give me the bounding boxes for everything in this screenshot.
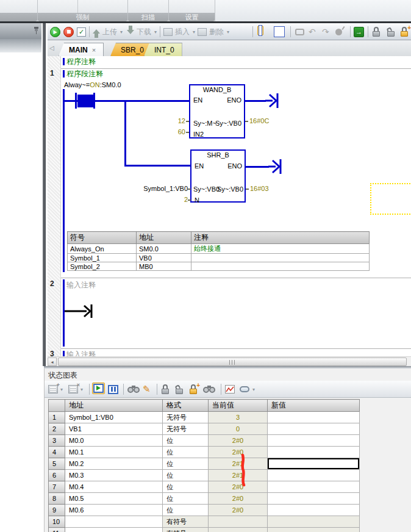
symbol-cell-comment[interactable] <box>191 254 370 262</box>
prev-bookmark-button[interactable]: ↶ <box>309 26 316 38</box>
wand-b-block[interactable]: WAND_B EN ENO Sy~:M~ Sy~:VB0 IN2 <box>189 84 245 138</box>
symbol-cell-symbol[interactable]: Symbol_2 <box>68 262 137 271</box>
force-button[interactable] <box>372 26 381 38</box>
trend-view-button[interactable] <box>225 383 235 395</box>
program-comment[interactable]: 程序注释 <box>66 57 96 67</box>
program-status-on-button[interactable] <box>257 24 263 37</box>
wand-b-in1-value[interactable]: 12 <box>138 117 185 124</box>
status-cell-new[interactable] <box>268 505 360 516</box>
force-all-button[interactable]: + <box>400 26 409 38</box>
status-cell-cur[interactable] <box>209 528 268 532</box>
status-cell-cur[interactable] <box>209 516 268 528</box>
status-cell-addr[interactable]: VB1 <box>65 423 163 435</box>
status-cell-new[interactable] <box>268 493 360 505</box>
force-button[interactable] <box>161 383 170 395</box>
status-cell-fmt[interactable]: 有符号 <box>163 516 209 528</box>
unforce-button[interactable] <box>175 383 184 395</box>
status-cell-addr[interactable]: M0.0 <box>65 435 163 447</box>
upload-dropdown-icon[interactable]: ▾ <box>120 29 123 35</box>
address-header[interactable]: 地址 <box>137 232 191 244</box>
status-cell-addr[interactable]: M0.3 <box>65 470 163 481</box>
chart-status-pause-button[interactable] <box>108 383 118 395</box>
status-cell-new[interactable] <box>268 447 360 458</box>
delete-dropdown-icon[interactable]: ▾ <box>227 29 229 35</box>
shr-b-block[interactable]: SHR_B EN ENO Sy~:VB0 Sy~:VB0 N <box>190 149 246 203</box>
delete-button[interactable]: 删除 ▾ <box>198 26 229 38</box>
tab-close-icon[interactable]: × <box>92 46 96 54</box>
status-cell-new[interactable] <box>268 423 360 435</box>
symbol-cell-symbol[interactable]: Symbol_1 <box>68 254 137 262</box>
status-cell-addr[interactable]: M0.2 <box>65 458 163 470</box>
tab-int0[interactable]: INT_0 <box>144 43 182 56</box>
tab-main[interactable]: MAIN× <box>59 43 104 56</box>
status-cell-fmt[interactable]: 位 <box>163 481 209 493</box>
ribbon-group-status-label[interactable]: 态 <box>0 13 37 21</box>
status-cell-addr[interactable]: M0.4 <box>65 481 163 493</box>
insert-dropdown-icon[interactable]: ▾ <box>193 29 195 35</box>
status-cell-cur[interactable]: 2#0 <box>209 493 268 505</box>
status-cell-cur[interactable]: 2#1 <box>209 458 268 470</box>
clear-bookmarks-button[interactable] <box>335 26 342 38</box>
tab-scroll-left-icon[interactable]: ◁ <box>49 45 54 51</box>
status-cell-cur[interactable]: 2#0 <box>209 435 268 447</box>
format-header[interactable]: 格式 <box>163 400 209 412</box>
stop-button[interactable] <box>63 26 74 38</box>
insert-row-button[interactable]: + ▾ <box>48 383 63 395</box>
status-cell-cur[interactable]: 3 <box>209 412 268 423</box>
ribbon-group-settings-label[interactable]: 设置 <box>169 13 215 21</box>
status-cell-addr[interactable]: M0.1 <box>65 447 163 458</box>
ribbon-group-scan-label[interactable]: 扫描 <box>128 13 168 21</box>
write-all-button[interactable]: ✎ <box>143 383 151 395</box>
status-cell-new[interactable] <box>268 516 360 528</box>
delete-row-dropdown-icon[interactable]: ▾ <box>80 387 83 392</box>
shr-b-in1-value[interactable]: Symbol_1:VB0 <box>132 185 188 192</box>
symbol-cell-address[interactable]: SM0.0 <box>137 244 191 254</box>
status-cell-cur[interactable]: 2#1 <box>209 470 268 481</box>
status-cell-addr[interactable] <box>65 516 163 528</box>
comment-header[interactable]: 注释 <box>191 232 370 244</box>
symbol-cell-address[interactable]: MB0 <box>137 262 191 271</box>
contact-energized-fill[interactable] <box>77 95 93 107</box>
address-header[interactable]: 地址 <box>65 400 163 412</box>
status-cell-new[interactable] <box>268 481 360 493</box>
symbol-cell-comment[interactable]: 始终接通 <box>191 244 370 254</box>
ribbon-group-force-label[interactable]: 强制 <box>38 13 127 21</box>
compile-button[interactable]: ✓ <box>77 26 86 38</box>
empty-network-cursor-arrow[interactable] <box>65 303 99 319</box>
editor-horizontal-scrollbar[interactable]: ◂ <box>48 356 411 366</box>
force-all-button[interactable]: + <box>189 383 198 395</box>
status-cell-new[interactable] <box>268 412 360 423</box>
read-forced-button[interactable] <box>203 383 215 395</box>
symbol-cell-comment[interactable] <box>191 262 370 271</box>
status-cell-new[interactable] <box>268 435 360 447</box>
status-cell-fmt[interactable]: 无符号 <box>163 412 209 423</box>
status-cell-addr[interactable]: Symbol_1:VB0 <box>65 412 163 423</box>
delete-row-button[interactable]: × ▾ <box>68 383 83 395</box>
scrollbar-left-arrow[interactable]: ◂ <box>48 358 57 366</box>
goto-button[interactable]: → <box>354 26 364 38</box>
panel-splitter[interactable] <box>43 23 46 366</box>
upload-button[interactable]: 上传 ▾ <box>93 26 123 38</box>
current-value-header[interactable]: 当前值 <box>209 400 268 412</box>
status-cell-new[interactable] <box>268 470 360 481</box>
tag-button[interactable]: ▾ <box>240 383 255 395</box>
status-cell-addr[interactable]: M0.6 <box>65 505 163 516</box>
insert-button[interactable]: 插入 ▾ <box>163 26 195 38</box>
status-cell-cur[interactable]: 2#0 <box>209 481 268 493</box>
download-button[interactable]: 下载 ▾ <box>127 26 157 38</box>
wand-b-out-value[interactable]: 16#0C <box>249 117 269 124</box>
run-button[interactable]: ▶ <box>50 26 60 38</box>
ladder-editor[interactable]: 程序注释 1 程序段注释 Alway~=ON:SM0.0 WAND_B EN E… <box>48 56 411 356</box>
network3-comment[interactable]: 输入注释 <box>66 350 96 356</box>
status-cell-addr[interactable]: M0.5 <box>65 493 163 505</box>
status-cell-fmt[interactable]: 位 <box>163 493 209 505</box>
pin-icon[interactable] <box>34 27 39 34</box>
scrollbar-thumb[interactable] <box>58 358 407 366</box>
program-status-pause-button[interactable] <box>274 26 285 38</box>
symbol-header[interactable]: 符号 <box>68 232 137 244</box>
symbol-cell-symbol[interactable]: Always_On <box>68 244 137 254</box>
tag-dropdown-icon[interactable]: ▾ <box>252 387 255 392</box>
status-cell-new[interactable] <box>268 528 360 532</box>
unforce-button[interactable] <box>387 26 395 38</box>
shr-b-out-value[interactable]: 16#03 <box>250 185 269 192</box>
